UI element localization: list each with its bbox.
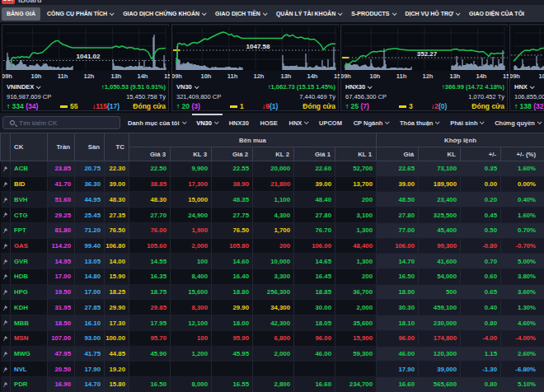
svg-text:352.27: 352.27 xyxy=(417,50,438,58)
svg-text:10h: 10h xyxy=(539,72,544,80)
svg-text:12h: 12h xyxy=(254,72,265,80)
svg-text:11h: 11h xyxy=(58,72,68,80)
svg-text:14h: 14h xyxy=(307,72,318,80)
svg-text:13h: 13h xyxy=(450,72,461,80)
svg-text:09h: 09h xyxy=(341,72,351,80)
svg-text:13h: 13h xyxy=(111,72,122,80)
svg-text:15h: 15h xyxy=(334,72,340,80)
svg-text:11h: 11h xyxy=(227,72,238,80)
svg-text:13h: 13h xyxy=(281,72,292,80)
svg-text:12h: 12h xyxy=(84,72,95,80)
svg-text:10h: 10h xyxy=(31,72,42,80)
svg-text:15h: 15h xyxy=(503,72,509,80)
svg-text:11h: 11h xyxy=(396,72,407,80)
svg-text:14h: 14h xyxy=(476,72,487,80)
svg-text:10h: 10h xyxy=(370,72,381,80)
svg-text:12h: 12h xyxy=(423,72,434,80)
svg-text:1041.02: 1041.02 xyxy=(77,53,101,60)
svg-text:09h: 09h xyxy=(2,72,12,80)
svg-text:14h: 14h xyxy=(138,72,148,80)
svg-text:10h: 10h xyxy=(201,72,212,80)
svg-text:1047.58: 1047.58 xyxy=(246,43,270,50)
svg-text:09h: 09h xyxy=(510,72,520,80)
svg-text:09h: 09h xyxy=(172,72,182,80)
svg-text:15h: 15h xyxy=(164,72,170,80)
